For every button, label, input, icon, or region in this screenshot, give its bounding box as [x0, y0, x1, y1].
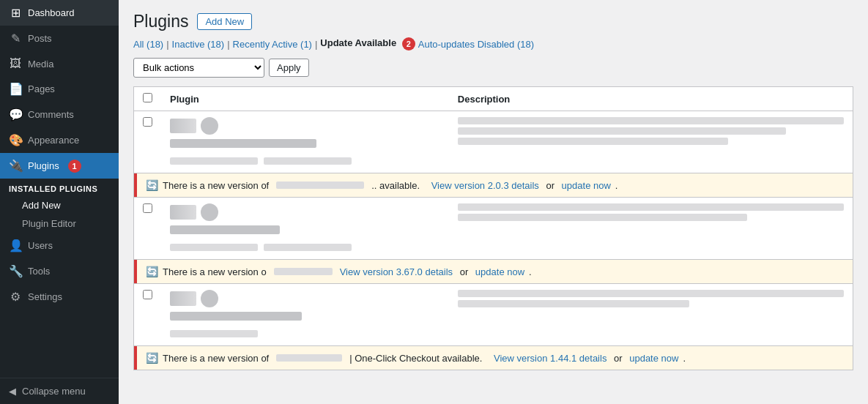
tools-icon: 🔧	[9, 264, 22, 278]
plugin-name-blurred-1	[170, 139, 316, 148]
sidebar-item-label: Pages	[28, 83, 55, 94]
view-version-link-3[interactable]: View version 1.44.1 details	[494, 353, 607, 364]
sidebar-item-label: Tools	[28, 266, 50, 277]
collapse-icon: ◀	[9, 386, 16, 397]
appearance-icon: 🎨	[9, 133, 22, 147]
collapse-menu-button[interactable]: ◀ Collapse menu	[0, 378, 119, 404]
sidebar-item-comments[interactable]: 💬 Comments	[0, 102, 119, 127]
sidebar-item-appearance[interactable]: 🎨 Appearance	[0, 127, 119, 153]
sidebar-item-tools[interactable]: 🔧 Tools	[0, 258, 119, 284]
filter-recently-active[interactable]: Recently Active (1)	[233, 39, 312, 50]
bulk-actions-select[interactable]: Bulk actions Activate Deactivate Delete …	[133, 58, 264, 78]
update-notice-row-1: 🔄 There is a new version of .. available…	[134, 173, 853, 198]
plugin-logo2-3	[201, 290, 218, 307]
plugin-table: Plugin Description	[133, 86, 853, 370]
select-all-checkbox[interactable]	[143, 93, 152, 102]
plugin-desc-1c	[458, 138, 728, 145]
settings-icon: ⚙	[9, 290, 22, 304]
plugin-name-blurred-2	[170, 225, 280, 234]
plugin-checkbox-2[interactable]	[143, 203, 152, 213]
sidebar-sub-add-new[interactable]: Add New	[0, 196, 119, 214]
sidebar-item-plugins[interactable]: 🔌 Plugins 1	[0, 153, 119, 179]
dashboard-icon: ⊞	[9, 6, 22, 20]
plugin-desc-cell-2	[449, 198, 853, 260]
plugin-desc-cell-1	[449, 111, 853, 173]
update-icon-1: 🔄	[146, 179, 158, 191]
table-row	[134, 111, 853, 173]
sidebar-item-label: Plugins	[28, 160, 59, 171]
update-notice-1: 🔄 There is a new version of .. available…	[134, 173, 853, 197]
col-plugin: Plugin	[161, 87, 449, 111]
plugin-name-cell-3	[161, 284, 449, 346]
view-version-link-1[interactable]: View version 2.0.3 details	[431, 180, 539, 191]
plugin-desc-cell-3	[449, 284, 853, 346]
update-plugin-name-1	[276, 182, 364, 189]
sidebar-item-label: Media	[28, 59, 53, 70]
separator-1: |	[166, 39, 168, 50]
sidebar-item-dashboard[interactable]: ⊞ Dashboard	[0, 0, 119, 26]
update-now-link-1[interactable]: update now	[562, 180, 611, 191]
sidebar-item-users[interactable]: 👤 Users	[0, 233, 119, 258]
filter-auto-updates-disabled[interactable]: Auto-updates Disabled (18)	[418, 39, 534, 50]
update-notice-3: 🔄 There is a new version of | One-Click …	[134, 346, 853, 370]
update-text-after-1: .. available.	[371, 180, 420, 191]
comments-icon: 💬	[9, 108, 22, 121]
sidebar-item-label: Settings	[28, 291, 62, 302]
sidebar-item-label: Appearance	[28, 135, 79, 146]
filter-all[interactable]: All (18)	[133, 39, 163, 50]
sidebar-item-posts[interactable]: ✎ Posts	[0, 26, 119, 51]
sidebar-item-label: Posts	[28, 33, 52, 44]
plugin-name-cell-2	[161, 198, 449, 260]
update-plugin-name-2	[274, 268, 333, 275]
users-icon: 👤	[9, 239, 22, 252]
view-version-link-2[interactable]: View version 3.67.0 details	[340, 266, 453, 277]
separator-2: |	[227, 39, 229, 50]
sidebar-item-pages[interactable]: 📄 Pages	[0, 76, 119, 102]
plugin-logo-3	[170, 291, 196, 306]
filter-links: All (18) | Inactive (18) | Recently Acti…	[133, 37, 853, 50]
update-now-link-2[interactable]: update now	[475, 266, 524, 277]
sidebar-item-media[interactable]: 🖼 Media	[0, 51, 119, 76]
update-notice-2: 🔄 There is a new version o View version …	[134, 260, 853, 283]
media-icon: 🖼	[9, 57, 22, 70]
update-notice-row-3: 🔄 There is a new version of | One-Click …	[134, 346, 853, 370]
update-now-link-3[interactable]: update now	[629, 353, 678, 364]
sidebar-item-label: Comments	[28, 109, 74, 120]
table-row	[134, 284, 853, 346]
update-text-before-2: There is a new version o	[163, 266, 267, 277]
sidebar-sub-plugin-editor[interactable]: Plugin Editor	[0, 214, 119, 233]
plugin-desc-1b	[458, 127, 786, 135]
sidebar-item-settings[interactable]: ⚙ Settings	[0, 284, 119, 310]
plugin-checkbox-1[interactable]	[143, 117, 152, 127]
installed-plugins-label: Installed Plugins	[0, 179, 119, 196]
page-header: Plugins Add New	[133, 12, 853, 31]
update-icon-2: 🔄	[146, 266, 158, 277]
plugin-desc-3b	[458, 300, 689, 307]
plugin-desc-2a	[458, 203, 844, 211]
plugin-meta-3a	[170, 330, 258, 337]
col-description: Description	[449, 87, 853, 111]
filter-update-available[interactable]: Update Available 2	[320, 37, 415, 50]
collapse-label: Collapse menu	[22, 386, 86, 397]
plugins-icon: 🔌	[9, 159, 22, 173]
plugin-name-blurred-3	[170, 312, 302, 321]
plugins-badge: 1	[68, 160, 81, 173]
update-available-badge: 2	[402, 37, 415, 50]
pages-icon: 📄	[9, 82, 22, 96]
page-title: Plugins	[133, 12, 188, 31]
plugin-checkbox-3[interactable]	[143, 290, 152, 299]
filter-inactive[interactable]: Inactive (18)	[172, 39, 225, 50]
plugin-logo2-1	[201, 117, 218, 135]
update-icon-3: 🔄	[146, 352, 158, 364]
table-row	[134, 198, 853, 260]
update-text-after-3: | One-Click Checkout available.	[349, 353, 482, 364]
update-text-before-1: There is a new version of	[163, 180, 269, 191]
posts-icon: ✎	[9, 31, 22, 45]
sidebar-item-label: Dashboard	[28, 7, 75, 18]
add-new-button[interactable]: Add New	[197, 13, 252, 30]
update-text-before-3: There is a new version of	[163, 353, 269, 364]
apply-button[interactable]: Apply	[269, 59, 309, 77]
separator-3: |	[315, 39, 317, 50]
plugin-meta-1a	[170, 157, 258, 165]
plugin-name-cell-1	[161, 111, 449, 173]
